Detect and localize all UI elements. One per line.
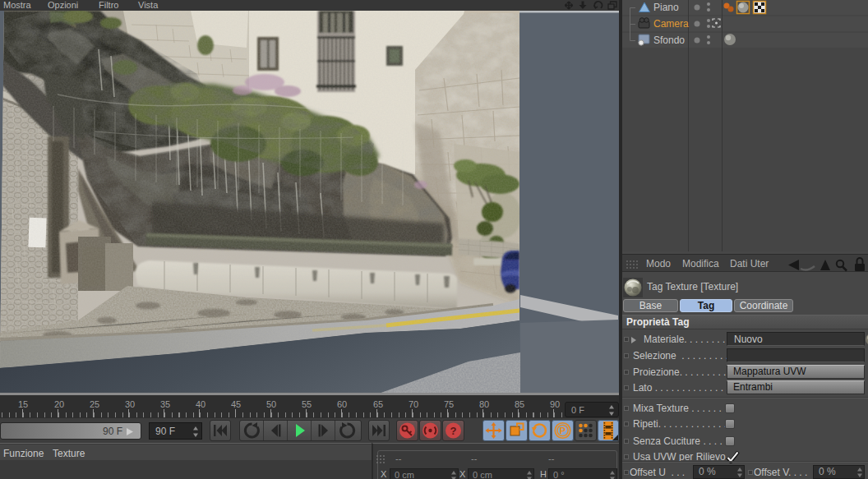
svg-text:?: ?: [450, 425, 457, 437]
svg-text:P: P: [560, 426, 566, 435]
